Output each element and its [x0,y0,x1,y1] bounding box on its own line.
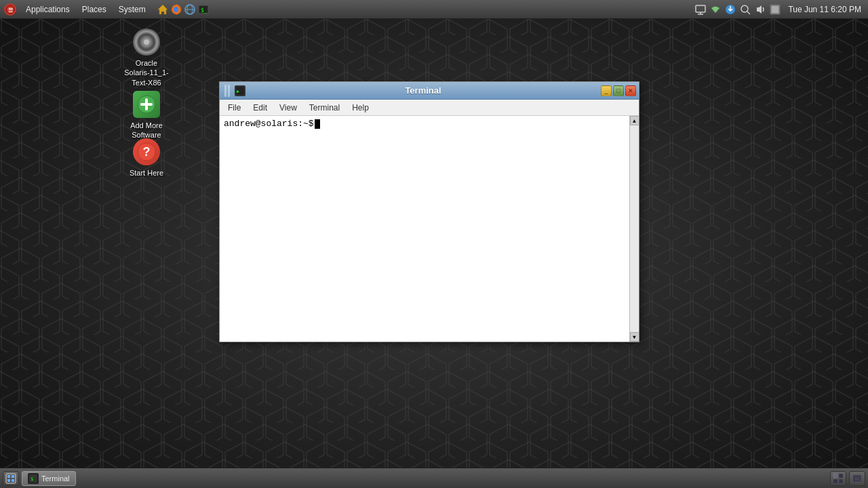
oracle-disk-image [133,28,160,56]
svg-rect-43 [854,476,860,481]
taskbar-right [830,471,865,486]
clock: Tue Jun 11 6:20 PM [785,5,864,14]
volume-icon[interactable] [754,3,766,16]
terminal-scrollbar[interactable]: ▲ ▼ [629,116,639,342]
network-icon[interactable] [184,3,196,16]
svg-rect-34 [7,479,10,482]
svg-rect-28 [228,85,230,97]
svg-point-18 [741,5,748,12]
svg-text:☰: ☰ [8,7,13,13]
start-here-image: ? [133,138,160,165]
network-status-icon[interactable] [709,3,722,16]
maximize-button[interactable]: □ [613,85,624,96]
workspace-2-button[interactable] [849,471,865,486]
svg-rect-27 [224,85,226,97]
top-panel-left: ☰ Applications Places System [4,3,210,16]
file-menu[interactable]: File [222,102,246,114]
start-here-label: Start Here [130,168,163,178]
top-panel: ☰ Applications Places System [0,0,868,19]
system-menu[interactable]: System [113,3,151,16]
svg-rect-40 [833,479,837,483]
svg-rect-41 [839,479,843,483]
desktop: ☰ Applications Places System [0,0,868,488]
scroll-down-button[interactable]: ▼ [630,332,639,342]
add-software-image [133,91,160,118]
terminal-title: Terminal [248,85,598,96]
terminal-content: andrew@solaris:~$ [224,119,635,129]
workspace-1-button[interactable] [830,471,846,486]
prompt-line: andrew@solaris:~$ [224,119,624,129]
terminal-taskbar-label: Terminal [41,474,70,483]
prompt-text: andrew@solaris:~$ [224,119,314,129]
svg-rect-38 [833,474,837,478]
home-icon[interactable] [157,3,169,16]
minimize-button[interactable]: _ [601,85,612,96]
top-panel-right: Tue Jun 11 6:20 PM [694,3,864,16]
places-menu[interactable]: Places [77,3,112,16]
show-desktop-button[interactable] [3,471,19,486]
svg-rect-32 [7,475,10,478]
edit-menu[interactable]: Edit [248,102,273,114]
view-menu[interactable]: View [274,102,302,114]
help-menu[interactable]: Help [347,102,374,114]
power-icon[interactable] [769,3,781,16]
svg-rect-39 [839,474,843,478]
terminal-window: ▶ Terminal _ □ ✕ File Edit View Terminal… [219,81,639,342]
svg-rect-35 [12,479,14,482]
panel-logo[interactable]: ☰ [4,3,16,16]
terminal-menu[interactable]: Terminal [304,102,345,114]
scroll-up-button[interactable]: ▲ [630,116,639,125]
terminal-cursor [315,119,320,129]
oracle-solaris-label: OracleSolaris-11_1-Text-X86 [124,58,168,87]
system-tray [694,3,781,16]
terminal-body[interactable]: andrew@solaris:~$ ▲ ▼ [220,116,639,342]
terminal-launcher-icon[interactable]: $_ [197,3,210,16]
firefox-icon[interactable] [170,3,182,16]
terminal-menubar: File Edit View Terminal Help [220,100,639,116]
window-controls: _ □ ✕ [601,85,636,96]
svg-rect-14 [696,5,705,12]
add-more-software-icon[interactable]: Add MoreSoftware [119,88,174,143]
title-drag-handle[interactable] [222,83,232,98]
svg-text:?: ? [143,145,151,159]
search-icon[interactable] [739,3,751,16]
taskbar: $ Terminal [0,468,868,488]
display-icon[interactable] [694,3,707,16]
terminal-taskbar-button[interactable]: $ Terminal [22,471,76,486]
svg-text:$_: $_ [201,7,208,14]
taskbar-terminal-icon: $ [28,473,39,484]
oracle-solaris-icon[interactable]: OracleSolaris-11_1-Text-X86 [119,26,174,90]
svg-line-19 [747,12,750,14]
applications-menu[interactable]: Applications [20,3,75,16]
svg-rect-33 [12,475,14,478]
update-icon[interactable] [724,3,736,16]
terminal-titlebar[interactable]: ▶ Terminal _ □ ✕ [220,82,639,100]
svg-rect-21 [772,6,778,13]
close-button[interactable]: ✕ [625,85,636,96]
scrollbar-track[interactable] [630,125,639,332]
terminal-title-icon: ▶ [235,85,245,96]
start-here-icon[interactable]: ? Start Here [119,136,174,180]
svg-text:$: $ [31,476,33,482]
svg-rect-24 [140,103,153,106]
